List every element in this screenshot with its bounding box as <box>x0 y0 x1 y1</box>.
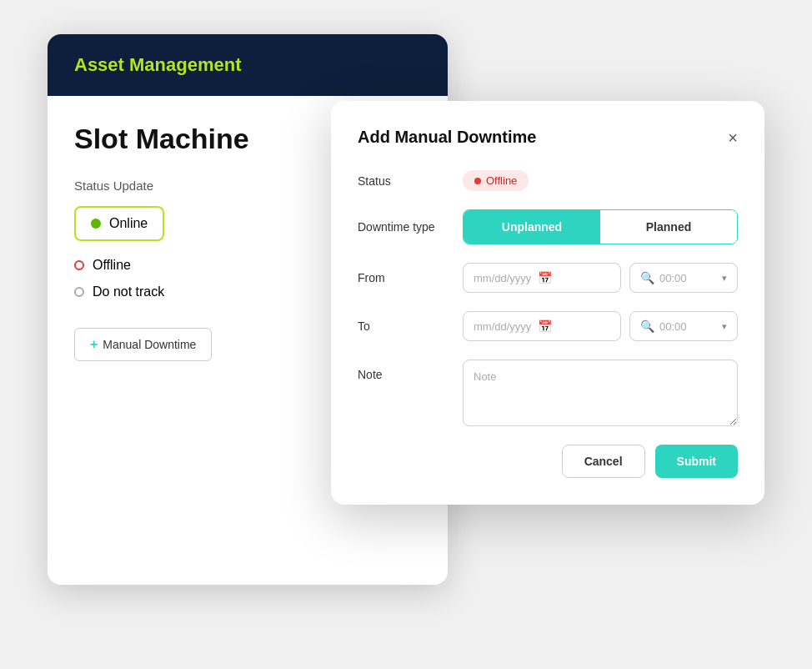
donottrack-label: Do not track <box>93 284 164 299</box>
badge-dot-icon <box>474 178 481 184</box>
from-date-input[interactable]: mm/dd/yyyy 📅 <box>463 263 621 293</box>
status-field-content: Offline <box>463 170 738 191</box>
toggle-planned-button[interactable]: Planned <box>600 210 737 244</box>
status-badge: Offline <box>463 170 529 191</box>
calendar-icon-to: 📅 <box>538 319 552 333</box>
plus-icon: + <box>90 337 98 352</box>
from-time-left: 🔍 00:00 <box>640 271 687 284</box>
chevron-down-icon-to: ▾ <box>722 321 727 332</box>
status-row: Status Offline <box>358 170 738 191</box>
from-row: From mm/dd/yyyy 📅 🔍 00:00 ▾ <box>358 263 738 293</box>
from-time-value: 00:00 <box>659 272 687 284</box>
note-textarea[interactable] <box>463 360 738 426</box>
submit-button[interactable]: Submit <box>655 445 738 478</box>
to-time-value: 00:00 <box>659 320 687 333</box>
note-content <box>463 360 738 426</box>
card-header: Asset Management <box>48 34 448 96</box>
from-label: From <box>358 271 449 284</box>
add-manual-downtime-modal: Add Manual Downtime × Status Offline Dow… <box>331 101 764 505</box>
to-content: mm/dd/yyyy 📅 🔍 00:00 ▾ <box>463 311 738 341</box>
to-label: To <box>358 319 449 333</box>
app-title: Asset Management <box>74 54 242 75</box>
status-option-online[interactable]: Online <box>74 206 164 241</box>
to-date-input[interactable]: mm/dd/yyyy 📅 <box>463 311 621 341</box>
status-badge-text: Offline <box>486 174 517 187</box>
from-date-placeholder: mm/dd/yyyy <box>474 272 531 284</box>
calendar-icon: 📅 <box>538 271 552 284</box>
toggle-unplanned-button[interactable]: Unplanned <box>464 210 600 244</box>
donottrack-dot-icon <box>74 287 84 297</box>
modal-close-button[interactable]: × <box>728 129 738 146</box>
modal-title: Add Manual Downtime <box>358 128 536 147</box>
offline-label: Offline <box>93 258 131 273</box>
search-icon: 🔍 <box>640 271 654 284</box>
note-row: Note <box>358 360 738 426</box>
offline-dot-icon <box>74 260 84 270</box>
cancel-button[interactable]: Cancel <box>562 445 645 478</box>
downtime-type-row: Downtime type Unplanned Planned <box>358 209 738 244</box>
search-icon-to: 🔍 <box>640 319 654 333</box>
modal-footer: Cancel Submit <box>358 445 738 478</box>
to-date-placeholder: mm/dd/yyyy <box>474 320 531 333</box>
note-label: Note <box>358 360 449 381</box>
modal-header: Add Manual Downtime × <box>358 128 738 147</box>
downtime-type-label: Downtime type <box>358 220 449 234</box>
to-time-left: 🔍 00:00 <box>640 319 687 333</box>
downtime-type-content: Unplanned Planned <box>463 209 738 244</box>
manual-downtime-label: Manual Downtime <box>103 338 196 351</box>
online-label: Online <box>109 216 148 231</box>
to-row: To mm/dd/yyyy 📅 🔍 00:00 ▾ <box>358 311 738 341</box>
manual-downtime-button[interactable]: + Manual Downtime <box>74 328 212 361</box>
status-field-label: Status <box>358 174 449 188</box>
from-content: mm/dd/yyyy 📅 🔍 00:00 ▾ <box>463 263 738 293</box>
from-time-input[interactable]: 🔍 00:00 ▾ <box>629 263 738 293</box>
chevron-down-icon: ▾ <box>722 273 727 284</box>
downtime-type-toggle: Unplanned Planned <box>463 209 738 244</box>
to-time-input[interactable]: 🔍 00:00 ▾ <box>629 311 738 341</box>
online-dot-icon <box>91 219 101 229</box>
